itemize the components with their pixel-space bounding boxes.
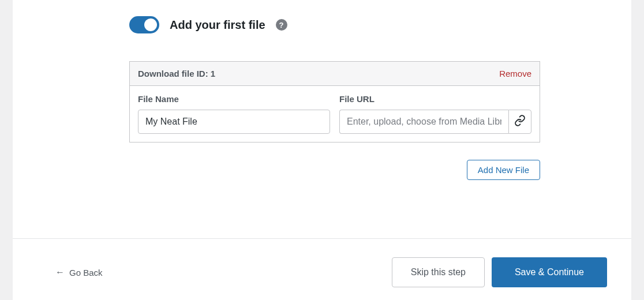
help-icon[interactable]: ? [276, 19, 287, 31]
remove-link[interactable]: Remove [499, 69, 531, 78]
save-continue-button[interactable]: Save & Continue [492, 257, 607, 287]
add-new-file-button[interactable]: Add New File [467, 160, 540, 180]
enable-toggle[interactable] [129, 16, 159, 33]
arrow-left-icon: ← [55, 267, 65, 278]
file-url-label: File URL [339, 94, 531, 104]
file-id-label: Download file ID: 1 [138, 69, 215, 78]
file-url-column: File URL [339, 94, 531, 134]
file-name-label: File Name [138, 94, 330, 104]
footer: ← Go Back Skip this step Save & Continue [13, 238, 631, 300]
file-entry-header: Download file ID: 1 Remove [130, 62, 540, 86]
file-entry-box: Download file ID: 1 Remove File Name Fil… [129, 61, 540, 142]
go-back-label: Go Back [69, 268, 103, 278]
content-area: Add your first file ? Download file ID: … [13, 0, 631, 180]
footer-actions: Skip this step Save & Continue [392, 257, 607, 287]
link-icon [514, 115, 526, 129]
section-header: Add your first file ? [129, 16, 631, 33]
media-library-button[interactable] [508, 110, 531, 134]
section-title: Add your first file [170, 18, 265, 32]
add-file-row: Add New File [129, 160, 540, 180]
file-url-input[interactable] [339, 110, 508, 134]
file-url-row [339, 110, 531, 134]
file-name-input[interactable] [138, 110, 330, 134]
file-entry-body: File Name File URL [130, 86, 540, 142]
main-panel: Add your first file ? Download file ID: … [13, 0, 631, 300]
file-name-column: File Name [138, 94, 330, 134]
skip-button[interactable]: Skip this step [392, 257, 485, 287]
go-back-button[interactable]: ← Go Back [55, 267, 103, 278]
